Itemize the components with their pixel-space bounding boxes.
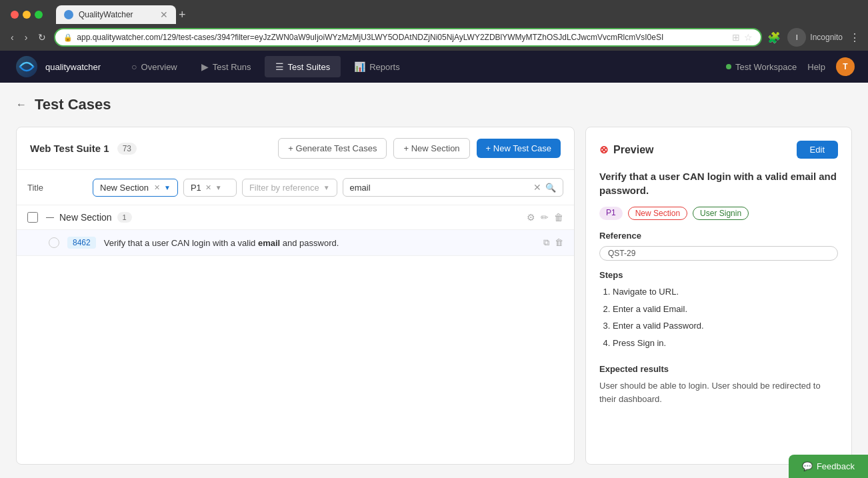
section-checkbox[interactable] [27, 212, 38, 223]
page-title: Test Cases [35, 96, 111, 113]
help-label[interactable]: Help [807, 62, 825, 72]
profile-avatar[interactable]: I [787, 28, 806, 47]
tc-copy-icon[interactable]: ⧉ [543, 237, 549, 248]
traffic-light-green[interactable] [35, 11, 43, 19]
new-section-btn[interactable]: + New Section [393, 138, 469, 159]
generate-test-cases-btn[interactable]: + Generate Test Cases [278, 138, 387, 159]
back-button[interactable]: ← [16, 99, 27, 111]
grid-icon[interactable]: ⊞ [732, 32, 740, 43]
nav-label-test-suites: Test Suites [288, 62, 331, 72]
url-text: app.qualitywatcher.com/129/test-cases/39… [77, 33, 728, 42]
star-icon[interactable]: ☆ [744, 32, 753, 43]
nav-item-overview[interactable]: ○ Overview [121, 56, 188, 77]
nav-item-test-suites[interactable]: ☰ Test Suites [265, 56, 341, 77]
lock-icon: 🔒 [63, 33, 73, 42]
puzzle-extension-icon[interactable]: 🧩 [767, 31, 781, 44]
left-panel: Web Test Suite 1 73 + Generate Test Case… [16, 127, 575, 465]
preview-test-title: Verify that a user CAN login with a vali… [599, 169, 838, 197]
expected-text: User should be able to login. User shoul… [599, 379, 838, 405]
section-row: — New Section 1 ⚙ ✏ 🗑 [17, 205, 574, 230]
tag-p1: P1 [599, 207, 623, 220]
new-tab-btn[interactable]: + [176, 8, 189, 22]
ref-placeholder-text: Filter by reference [249, 183, 319, 193]
nav-back-btn[interactable]: ‹ [8, 31, 17, 44]
tags-row: P1 New Section User Signin [599, 207, 838, 220]
steps-list: Navigate to URL. Enter a valid Email. En… [599, 285, 838, 353]
priority-clear[interactable]: ✕ [205, 183, 211, 192]
nav-forward-btn[interactable]: › [22, 31, 31, 44]
search-clear-icon[interactable]: ✕ [533, 182, 541, 193]
app-logo: qualitywatcher [13, 53, 101, 80]
test-runs-icon: ▶ [201, 61, 209, 72]
address-bar-row: ‹ › ↻ 🔒 app.qualitywatcher.com/129/test-… [0, 24, 868, 51]
browser-tab[interactable]: QualityWatcher ✕ [56, 5, 176, 24]
traffic-light-yellow[interactable] [23, 11, 31, 19]
new-test-case-btn[interactable]: + New Test Case [477, 139, 561, 158]
section-filter-clear[interactable]: ✕ [154, 183, 160, 192]
address-bar[interactable]: 🔒 app.qualitywatcher.com/129/test-cases/… [54, 28, 762, 47]
content-area: Web Test Suite 1 73 + Generate Test Case… [16, 127, 852, 465]
tc-title-prefix: Verify that a user CAN login with a vali… [104, 238, 258, 248]
suite-title: Web Test Suite 1 [30, 143, 109, 154]
nav-item-reports[interactable]: 📊 Reports [343, 56, 411, 77]
nav-item-test-runs[interactable]: ▶ Test Runs [191, 56, 262, 77]
preview-title: ⊗ Preview [599, 143, 653, 156]
section-name: New Section [59, 212, 112, 223]
ref-chevron: ▼ [323, 184, 330, 191]
step-1: Navigate to URL. [613, 285, 838, 299]
filter-title-col: Title [27, 183, 87, 193]
expected-label: Expected results [599, 364, 838, 374]
reference-filter[interactable]: Filter by reference ▼ [242, 179, 337, 197]
priority-filter-text: P1 [191, 183, 201, 193]
workspace-status-dot [726, 64, 731, 69]
tag-section: New Section [628, 207, 687, 220]
tc-checkbox[interactable] [49, 237, 59, 248]
section-edit-icon[interactable]: ✏ [541, 212, 549, 223]
section-count: 1 [117, 212, 132, 223]
search-icon[interactable]: 🔍 [545, 183, 556, 193]
tab-title: QualityWatcher [79, 10, 155, 19]
browser-more-icon[interactable]: ⋮ [849, 31, 860, 44]
tab-favicon [64, 10, 73, 19]
suite-actions: + Generate Test Cases + New Section + Ne… [278, 138, 561, 159]
section-delete-icon[interactable]: 🗑 [554, 212, 563, 223]
traffic-light-red[interactable] [11, 11, 19, 19]
nav-right: Test Workspace Help T [726, 57, 855, 76]
section-collapse-icon[interactable]: — [46, 213, 54, 222]
edit-button[interactable]: Edit [797, 141, 838, 159]
section-filter-text: New Section [100, 183, 149, 193]
overview-icon: ○ [131, 61, 137, 72]
user-initial: T [843, 62, 847, 71]
page-header: ← Test Cases [16, 96, 852, 113]
nav-items: ○ Overview ▶ Test Runs ☰ Test Suites 📊 R… [121, 56, 706, 77]
nav-label-overview: Overview [141, 62, 177, 72]
tc-delete-icon[interactable]: 🗑 [555, 237, 563, 248]
nav-label-reports: Reports [369, 62, 400, 72]
tc-id: 8462 [67, 237, 96, 249]
section-settings-icon[interactable]: ⚙ [527, 212, 535, 223]
step-4: Press Sign in. [613, 337, 838, 350]
preview-label: Preview [613, 144, 653, 156]
workspace-btn[interactable]: Test Workspace [726, 62, 797, 72]
step-3: Enter a valid Password. [613, 319, 838, 333]
reports-icon: 📊 [354, 61, 365, 72]
search-input[interactable] [350, 183, 529, 193]
preview-error-icon: ⊗ [599, 143, 608, 156]
feedback-button[interactable]: 💬 Feedback [789, 455, 868, 478]
search-filter[interactable]: ✕ 🔍 [343, 178, 563, 197]
right-panel: ⊗ Preview Edit Verify that a user CAN lo… [585, 127, 852, 465]
user-avatar[interactable]: T [836, 57, 855, 76]
section-filter-tag[interactable]: New Section ✕ ▼ [93, 179, 178, 197]
logo-text: qualitywatcher [45, 62, 101, 72]
suite-count: 73 [117, 143, 137, 155]
main-content: ← Test Cases Web Test Suite 1 73 + Gener… [0, 83, 868, 478]
nav-refresh-btn[interactable]: ↻ [35, 31, 49, 44]
steps-label: Steps [599, 270, 838, 280]
suite-header: Web Test Suite 1 73 + Generate Test Case… [17, 127, 574, 170]
feedback-label: Feedback [817, 461, 855, 471]
nav-label-test-runs: Test Runs [213, 62, 251, 72]
tab-close-btn[interactable]: ✕ [160, 9, 168, 20]
priority-filter[interactable]: P1 ✕ ▼ [183, 179, 237, 197]
test-case-row[interactable]: 8462 Verify that a user CAN login with a… [17, 230, 574, 256]
feedback-icon: 💬 [802, 461, 813, 471]
